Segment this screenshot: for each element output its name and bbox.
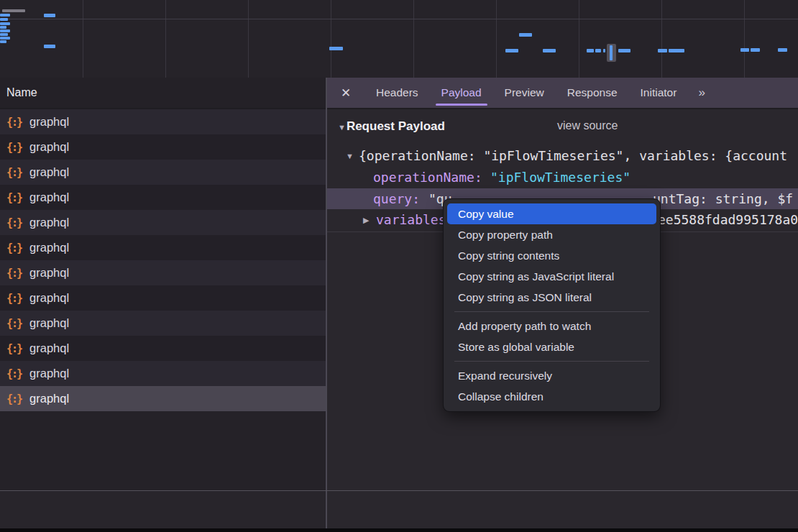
json-braces-icon: {:} [6, 216, 23, 229]
request-row[interactable]: {:}graphql [0, 185, 326, 210]
network-overview[interactable] [0, 0, 798, 78]
overview-request-bar [0, 29, 10, 32]
overview-gridline [496, 0, 497, 78]
object-preview-text: {operationName: "ipFlowTimeseries", vari… [359, 146, 787, 166]
menu-item[interactable]: Copy string as JavaScript literal [447, 266, 656, 287]
overview-request-bar [329, 47, 343, 50]
more-tabs-button[interactable]: » [689, 78, 712, 108]
request-row[interactable]: {:}graphql [0, 210, 326, 235]
expanded-triangle-icon: ▼ [338, 123, 346, 132]
request-name: graphql [29, 316, 69, 330]
request-name: graphql [29, 367, 69, 380]
request-row[interactable]: {:}graphql [0, 134, 326, 160]
context-menu: Copy valueCopy property pathCopy string … [444, 199, 660, 411]
overview-gridline [744, 0, 745, 78]
json-braces-icon: {:} [6, 367, 23, 380]
tab-headers[interactable]: Headers [364, 78, 430, 108]
active-tab-underline [436, 104, 487, 106]
expanded-triangle-icon[interactable]: ▼ [346, 146, 354, 166]
view-source-link[interactable]: view source [557, 119, 618, 132]
overview-selection-tick [610, 45, 613, 60]
tab-response[interactable]: Response [556, 78, 629, 108]
overview-gridline [83, 0, 83, 78]
overview-request-bar [587, 49, 594, 52]
tab-preview[interactable]: Preview [493, 78, 556, 108]
request-row[interactable]: {:}graphql [0, 235, 326, 260]
overview-request-bar [505, 49, 518, 52]
tab-initiator[interactable]: Initiator [629, 78, 689, 108]
menu-item[interactable]: Copy string as JSON literal [447, 287, 656, 308]
json-braces-icon: {:} [6, 292, 23, 305]
menu-item[interactable]: Add property path to watch [447, 316, 656, 336]
request-row[interactable]: {:}graphql [0, 109, 326, 134]
json-braces-icon: {:} [6, 317, 23, 330]
overview-request-bar [44, 45, 55, 48]
json-braces-icon: {:} [6, 191, 23, 204]
request-name: graphql [29, 241, 69, 254]
request-row[interactable]: {:}graphql [0, 361, 326, 386]
property-key: variables [376, 210, 446, 230]
property-key: query: [373, 188, 420, 209]
overview-gridline [0, 19, 798, 19]
payload-root-row[interactable]: ▼ {operationName: "ipFlowTimeseries", va… [327, 146, 798, 166]
section-title: Request Payload [347, 119, 445, 134]
chevron-double-right-icon: » [698, 86, 703, 100]
menu-item[interactable]: Copy value [447, 203, 656, 224]
request-name: graphql [29, 191, 69, 204]
overview-request-bar [0, 22, 10, 25]
name-column-header[interactable]: Name [0, 78, 326, 109]
json-braces-icon: {:} [6, 342, 23, 355]
tab-payload[interactable]: Payload [430, 78, 493, 108]
menu-item[interactable]: Copy string contents [447, 245, 656, 266]
overview-request-bar [0, 40, 6, 43]
operation-name-row[interactable]: operationName: "ipFlowTimeseries" [327, 168, 798, 188]
overview-request-bar [778, 48, 787, 52]
menu-separator [454, 311, 649, 312]
menu-item[interactable]: Expand recursively [447, 365, 656, 386]
overview-request-bar [618, 49, 630, 52]
window-bottom-edge [0, 528, 798, 532]
collapsed-triangle-icon[interactable]: ▶ [363, 210, 369, 230]
overview-request-bar [0, 37, 10, 40]
request-row[interactable]: {:}graphql [0, 386, 326, 411]
tab-strip: HeadersPayloadPreviewResponseInitiator [364, 78, 688, 108]
close-button[interactable]: ✕ [327, 78, 364, 108]
request-name: graphql [29, 341, 69, 355]
request-row[interactable]: {:}graphql [0, 285, 326, 311]
overview-gridline [413, 0, 414, 78]
overview-gridline [165, 0, 166, 78]
menu-item[interactable]: Store as global variable [447, 336, 656, 357]
overview-request-bar [44, 14, 55, 17]
menu-item[interactable]: Copy property path [447, 224, 656, 245]
request-name: graphql [29, 216, 69, 229]
request-row[interactable]: {:}graphql [0, 160, 326, 185]
request-name: graphql [29, 165, 69, 179]
request-name: graphql [29, 266, 69, 280]
footer-divider [0, 490, 798, 491]
json-braces-icon: {:} [6, 267, 23, 280]
overview-gridline [331, 0, 331, 78]
overview-request-bar [543, 49, 556, 52]
overview-gridline [248, 0, 249, 78]
request-row[interactable]: {:}graphql [0, 311, 326, 336]
name-column-label: Name [0, 86, 37, 99]
menu-item[interactable]: Collapse children [447, 386, 656, 407]
request-row[interactable]: {:}graphql [0, 336, 326, 361]
request-list: {:}graphql{:}graphql{:}graphql{:}graphql… [0, 109, 326, 490]
property-key: operationName: [373, 168, 482, 188]
request-name: graphql [29, 140, 69, 154]
json-braces-icon: {:} [6, 141, 23, 154]
overview-request-bar [751, 48, 760, 52]
json-braces-icon: {:} [6, 393, 23, 405]
overview-request-bar [740, 48, 749, 52]
request-payload-section[interactable]: ▼Request Payload [338, 119, 445, 134]
overview-gridline [661, 0, 662, 78]
overview-gray-bar [2, 9, 25, 12]
property-value: "ipFlowTimeseries" [490, 168, 630, 188]
overview-request-bar [519, 33, 532, 37]
property-value-right: untTag: string, $f [653, 188, 793, 209]
request-row[interactable]: {:}graphql [0, 260, 326, 285]
json-braces-icon: {:} [6, 242, 23, 254]
request-name: graphql [29, 291, 69, 305]
overview-request-bar [0, 18, 8, 21]
